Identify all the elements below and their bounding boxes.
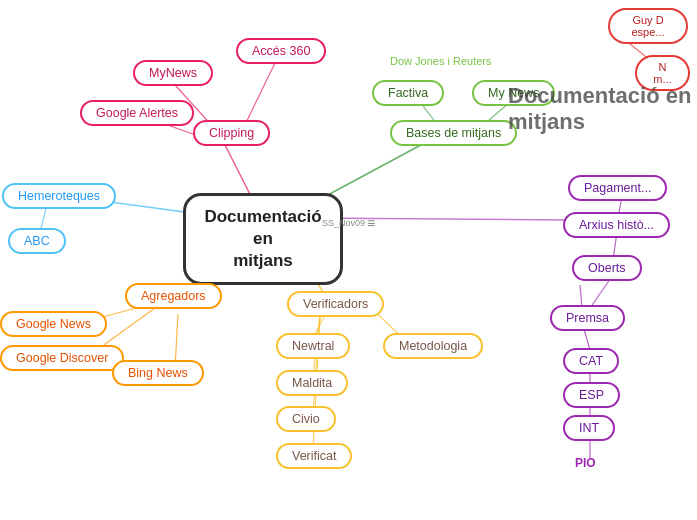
google-discover-node: Google Discover [0, 345, 124, 371]
abc-node: ABC [8, 228, 66, 254]
esp-node: ESP [563, 382, 620, 408]
clipping-node: Clipping [193, 120, 270, 146]
acces360-node: Accés 360 [236, 38, 326, 64]
premsa-node: Premsa [550, 305, 625, 331]
guy-d-node: Guy D espe... [608, 8, 688, 44]
newtral-node: Newtral [276, 333, 350, 359]
maldita-node: Maldita [276, 370, 348, 396]
mynews-node: MyNews [133, 60, 213, 86]
int-node: INT [563, 415, 615, 441]
news-text: Documentació en mitjans [508, 83, 697, 135]
bing-news-node: Bing News [112, 360, 204, 386]
civio-node: Civio [276, 406, 336, 432]
oberts-node: Oberts [572, 255, 642, 281]
hemeroteques-node: Hemeroteques [2, 183, 116, 209]
google-alertes-node: Google Alertes [80, 100, 194, 126]
google-news-node: Google News [0, 311, 107, 337]
agregadors-node: Agregadors [125, 283, 222, 309]
metodologia-node: Metodologia [383, 333, 483, 359]
center-node: Documentació enmitjans [183, 193, 343, 285]
verificat-node: Verificat [276, 443, 352, 469]
ss-nov09-label: SS_Nov09 ≡ [322, 215, 375, 231]
cat-node: CAT [563, 348, 619, 374]
pagament-node: Pagament... [568, 175, 667, 201]
dow-jones-label: Dow Jones i Reuters [390, 55, 492, 67]
factiva-node: Factiva [372, 80, 444, 106]
bases-de-mitjans-node: Bases de mitjans [390, 120, 517, 146]
arxius-node: Arxius histò... [563, 212, 670, 238]
verificadors-node: Verificadors [287, 291, 384, 317]
pio-node: PIO [575, 456, 596, 470]
